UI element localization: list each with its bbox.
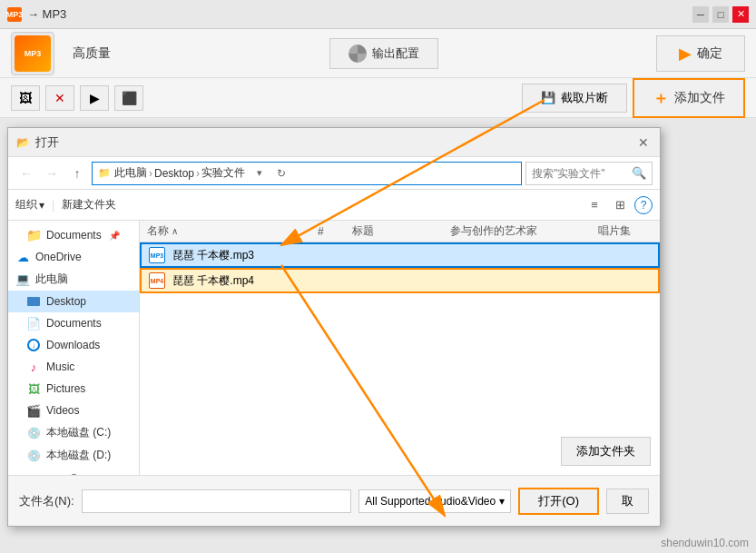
view-buttons: ≡ ⊞ ? — [584, 194, 653, 216]
window-controls: ─ □ ✕ — [692, 6, 749, 23]
pictures-icon: 🖼 — [26, 381, 41, 396]
confirm-button[interactable]: ▶ 确定 — [656, 35, 745, 72]
col-num-header[interactable]: # — [318, 225, 345, 238]
col-artist-header[interactable]: 参与创作的艺术家 — [450, 223, 591, 239]
app-logo: MP3 — [11, 32, 54, 75]
music-icon: ♪ — [26, 360, 41, 374]
search-box: 🔍 — [525, 162, 653, 185]
view-details-button[interactable]: ⊞ — [609, 194, 631, 216]
title-bar: MP3 → MP3 ─ □ ✕ — [0, 0, 756, 29]
downloads-icon: ↓ — [26, 338, 41, 352]
drive-d-icon: 💿 — [26, 449, 41, 463]
clip-button[interactable]: 💾 截取片断 — [522, 84, 627, 113]
address-path: 📁 此电脑 › Desktop › 实验文件 ▾ ↻ — [92, 162, 522, 185]
minimize-button[interactable]: ─ — [692, 6, 709, 23]
documents-icon: 📄 — [26, 316, 41, 331]
dialog-title-bar: 📂 打开 ✕ — [8, 128, 660, 157]
sidebar-item-music[interactable]: ♪ Music — [8, 356, 139, 378]
toolbar-row-1: MP3 高质量 输出配置 ▶ 确定 — [0, 29, 756, 78]
sidebar-item-videos[interactable]: 🎬 Videos — [8, 400, 139, 421]
file-open-dialog: 📂 打开 ✕ ← → ↑ 📁 此电脑 › Desktop › 实验文件 ▾ — [7, 127, 661, 527]
dialog-title: 打开 — [35, 134, 59, 151]
file-item-mp3[interactable]: MP3 琵琶 千本樱.mp3 — [140, 242, 660, 268]
path-folder: 实验文件 — [201, 165, 245, 181]
filetype-select[interactable]: All Supported Audio&Video ▾ — [358, 489, 511, 513]
toolbar-row-2: 🖼 ✕ ▶ ⬛ 💾 截取片断 ＋ 添加文件 — [0, 78, 756, 118]
output-config-area: 输出配置 — [329, 38, 438, 69]
dialog-close-button[interactable]: ✕ — [634, 133, 653, 152]
sidebar-item-onedrive[interactable]: ☁ OneDrive — [8, 246, 139, 268]
file-name-mp4: 琵琶 千本樱.mp4 — [172, 273, 336, 289]
confirm-arrow-icon: ▶ — [679, 44, 692, 64]
clip-icon: 💾 — [541, 91, 555, 104]
organize-chevron-icon: ▾ — [39, 199, 44, 212]
cancel-button[interactable]: 取 — [606, 489, 649, 514]
mp3-file-icon: MP3 — [149, 247, 165, 263]
quality-label: 高质量 — [73, 45, 111, 62]
search-icon: 🔍 — [632, 166, 646, 180]
file-list-header: 名称 ∧ # 标题 参与创作的艺术家 唱片集 — [140, 221, 660, 242]
sidebar-item-documents[interactable]: 📄 Documents — [8, 312, 139, 334]
dialog-title-icon: 📂 — [15, 135, 30, 150]
filename-input[interactable] — [82, 489, 352, 513]
mp4-file-icon: MP4 — [149, 272, 165, 289]
organize-button[interactable]: 组织 ▾ — [15, 197, 44, 212]
title-text: → MP3 — [27, 7, 66, 21]
sidebar-item-desktop[interactable]: Desktop — [8, 291, 139, 312]
col-title-header[interactable]: 标题 — [352, 223, 443, 239]
small-btn-4[interactable]: ⬛ — [114, 85, 143, 111]
sidebar-item-downloads[interactable]: ↓ Downloads — [8, 334, 139, 356]
filetype-chevron-icon: ▾ — [499, 495, 505, 508]
close-button[interactable]: ✕ — [732, 6, 749, 23]
path-computer: 此电脑 — [114, 165, 147, 181]
address-bar: ← → ↑ 📁 此电脑 › Desktop › 实验文件 ▾ ↻ 🔍 — [8, 157, 660, 190]
drive-c-icon: 💿 — [26, 426, 41, 440]
view-list-button[interactable]: ≡ — [584, 194, 605, 216]
help-button[interactable]: ? — [634, 196, 653, 214]
output-config-button[interactable]: 输出配置 — [329, 38, 438, 69]
sidebar-item-drive-d[interactable]: 💿 本地磁盘 (D:) — [8, 444, 139, 467]
sidebar: 📁 Documents 📌 ☁ OneDrive — [8, 221, 140, 477]
sidebar-item-computer[interactable]: 💻 此电脑 — [8, 268, 139, 291]
add-file-button[interactable]: ＋ 添加文件 — [633, 78, 745, 118]
pin-icon: 📌 — [109, 231, 120, 241]
sidebar-item-drive-c[interactable]: 💿 本地磁盘 (C:) — [8, 421, 139, 444]
col-name-header[interactable]: 名称 ∧ — [147, 223, 310, 239]
sidebar-item-pictures[interactable]: 🖼 Pictures — [8, 378, 139, 400]
search-input[interactable] — [532, 167, 632, 180]
dropdown-arrow[interactable]: ▾ — [249, 163, 270, 184]
sidebar-item-documents-pinned[interactable]: 📁 Documents 📌 — [8, 224, 139, 246]
main-content: 📂 打开 ✕ ← → ↑ 📁 此电脑 › Desktop › 实验文件 ▾ — [0, 118, 756, 553]
sort-arrow-icon: ∧ — [172, 226, 178, 236]
file-toolbar: 组织 ▾ | 新建文件夹 ≡ ⊞ ? — [8, 190, 660, 221]
up-button[interactable]: ↑ — [66, 163, 88, 184]
videos-icon: 🎬 — [26, 403, 41, 418]
back-button[interactable]: ← — [15, 163, 37, 184]
add-folder-button[interactable]: 添加文件夹 — [561, 437, 651, 466]
refresh-button[interactable]: ↻ — [270, 163, 292, 184]
app-window: MP3 → MP3 ─ □ ✕ MP3 高质量 输出配置 ▶ 确定 🖼 — [0, 0, 756, 553]
folder-icon: 📁 — [26, 228, 41, 242]
watermark: shenduwin10.com — [661, 537, 749, 549]
path-desktop: Desktop — [154, 167, 194, 180]
small-btn-1[interactable]: 🖼 — [11, 85, 40, 111]
small-btn-3[interactable]: ▶ — [80, 85, 109, 111]
new-folder-button[interactable]: 新建文件夹 — [62, 197, 116, 212]
file-item-mp4[interactable]: MP4 琵琶 千本樱.mp4 — [140, 268, 660, 293]
config-icon — [349, 44, 367, 63]
maximize-button[interactable]: □ — [712, 6, 729, 23]
filename-input-wrap — [82, 489, 352, 513]
add-file-icon: ＋ — [653, 87, 669, 109]
forward-button[interactable]: → — [41, 163, 63, 184]
app-sidebar — [663, 118, 756, 553]
desktop-icon — [26, 294, 41, 309]
logo-image: MP3 — [15, 35, 51, 72]
col-album-header[interactable]: 唱片集 — [598, 223, 653, 239]
dialog-bottom: 文件名(N): All Supported Audio&Video ▾ 打开(O… — [8, 475, 660, 526]
onedrive-icon: ☁ — [15, 250, 30, 264]
filename-label: 文件名(N): — [19, 493, 74, 509]
open-button[interactable]: 打开(O) — [518, 488, 599, 515]
computer-icon: 💻 — [15, 272, 30, 287]
file-name-mp3: 琵琶 千本樱.mp3 — [172, 248, 336, 263]
small-btn-2[interactable]: ✕ — [45, 85, 74, 111]
